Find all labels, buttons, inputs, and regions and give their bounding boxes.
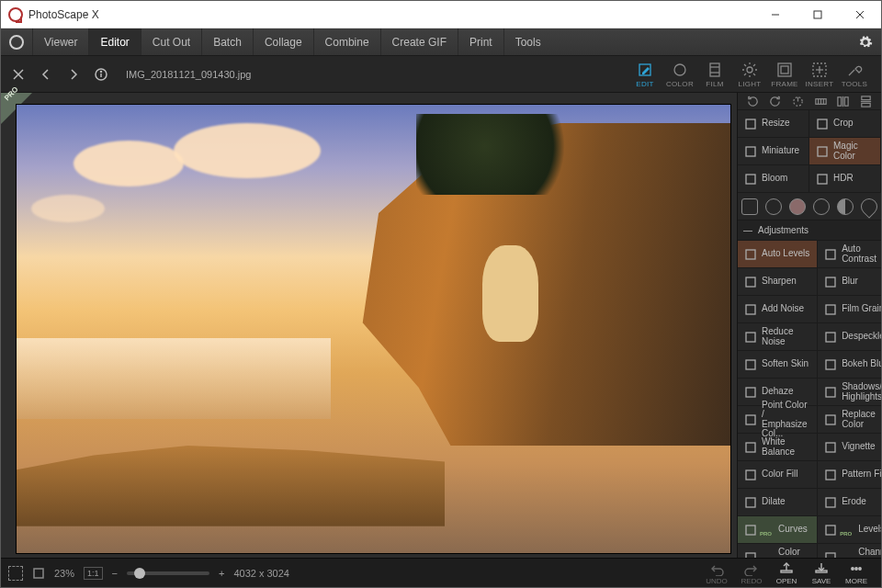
tool-bloom[interactable]: Bloom (738, 165, 809, 193)
hdr-icon (815, 172, 829, 186)
tool-point-color[interactable]: Point Color / Emphasize Col... (738, 406, 818, 434)
tool-sharpen[interactable]: Sharpen (738, 268, 818, 296)
tool-color-balance[interactable]: PROColor Balance (738, 544, 818, 558)
main-tab-editor[interactable]: Editor (88, 28, 140, 55)
top-tool-light[interactable]: LIGHT (732, 61, 767, 88)
info-button[interactable] (93, 66, 109, 83)
top-tool-film[interactable]: FILM (697, 61, 732, 88)
tool-vignette[interactable]: Vignette (818, 434, 881, 461)
top-tool-color[interactable]: COLOR (662, 61, 697, 88)
file-name: IMG_20181121_091430.jpg (126, 69, 251, 80)
tool-resize[interactable]: Resize (738, 110, 809, 138)
rotate-ccw-icon[interactable] (744, 93, 761, 109)
filter-ring-icon[interactable] (813, 198, 830, 215)
filter-tint-icon[interactable] (789, 198, 806, 215)
bottom-open-button[interactable]: OPEN (769, 560, 804, 585)
main-tab-batch[interactable]: Batch (201, 28, 253, 55)
zoom-out[interactable]: − (112, 568, 118, 579)
settings-button[interactable] (850, 28, 881, 55)
top-tool-frame[interactable]: FRAME (767, 61, 802, 88)
tool-magic-color[interactable]: Magic Color (809, 138, 881, 165)
zoom-in[interactable]: + (219, 568, 224, 579)
tool-blur[interactable]: Blur (818, 268, 881, 296)
tool-despeckle[interactable]: Despeckle (818, 323, 881, 351)
tool-channel-mixer[interactable]: PROChannel Mixer (818, 544, 881, 558)
tool-reduce-noise[interactable]: Reduce Noise (738, 323, 818, 351)
tool-auto-levels[interactable]: Auto Levels (738, 241, 818, 268)
svg-rect-70 (34, 569, 43, 578)
svg-rect-46 (746, 250, 755, 259)
tool-replace-color[interactable]: Replace Color (818, 406, 881, 434)
tool-dilate[interactable]: Dilate (738, 489, 818, 516)
top-tool-insert[interactable]: INSERT (802, 61, 837, 88)
main-tab-tools[interactable]: Tools (503, 28, 552, 55)
bokeh-blur-icon (823, 357, 837, 371)
fit-button[interactable]: 1:1 (84, 567, 103, 580)
tool-film-grain[interactable]: Film Grain (818, 296, 881, 323)
flip-v-icon[interactable] (858, 93, 875, 109)
tool-hdr[interactable]: HDR (809, 165, 881, 193)
tool-label: Curves (778, 525, 808, 535)
main-tab-viewer[interactable]: Viewer (32, 28, 88, 55)
svg-line-20 (753, 74, 755, 75)
tool-pattern-fill[interactable]: Pattern Fill (818, 461, 881, 489)
prev-button[interactable] (38, 66, 54, 83)
tool-levels[interactable]: PROLevels (818, 516, 881, 544)
adjustments-header[interactable]: — Adjustments (738, 220, 881, 241)
grid-toggle[interactable] (8, 566, 23, 581)
crop-toggle[interactable] (32, 567, 45, 580)
filter-circle-icon[interactable] (765, 198, 782, 215)
zoom-level[interactable]: 23% (54, 568, 74, 579)
tool-auto-contrast[interactable]: Auto Contrast (818, 241, 881, 268)
svg-rect-53 (826, 333, 835, 342)
tool-label: Blur (842, 277, 858, 287)
tool-white-balance[interactable]: White Balance (738, 434, 818, 461)
main-tab-print[interactable]: Print (458, 28, 503, 55)
tool-add-noise[interactable]: Add Noise (738, 296, 818, 323)
top-tool-edit[interactable]: EDIT (628, 61, 662, 88)
svg-rect-41 (818, 119, 827, 129)
bottom-undo-button[interactable]: UNDO (699, 560, 734, 585)
main-tab-create-gif[interactable]: Create GIF (380, 28, 458, 55)
home-button[interactable] (1, 28, 32, 55)
tool-label: White Balance (762, 437, 811, 457)
close-file-button[interactable] (10, 66, 27, 83)
maximize-button[interactable] (797, 1, 839, 28)
bottom-save-button[interactable]: SAVE (804, 560, 839, 585)
filter-drop-icon[interactable] (857, 195, 880, 218)
edit-icon (636, 61, 654, 79)
top-tool-tools[interactable]: TOOLS (837, 61, 872, 88)
svg-rect-57 (826, 388, 835, 397)
undo-icon (708, 560, 725, 577)
flip-h-icon[interactable] (835, 93, 852, 109)
bottom-redo-button[interactable]: REDO (734, 560, 769, 585)
rotate-angle-icon[interactable] (790, 93, 807, 109)
file-row: IMG_20181121_091430.jpg EDITCOLORFILMLIG… (1, 56, 881, 93)
zoom-slider[interactable] (127, 571, 209, 575)
bottom-more-button[interactable]: MORE (839, 560, 874, 585)
image-dimensions: 4032 x 3024 (233, 568, 289, 579)
tool-erode[interactable]: Erode (818, 489, 881, 516)
image-canvas[interactable] (16, 104, 731, 554)
main-tab-collage[interactable]: Collage (253, 28, 313, 55)
tool-color-fill[interactable]: Color Fill (738, 461, 818, 489)
tool-crop[interactable]: Crop (809, 110, 881, 138)
filter-half-icon[interactable] (837, 198, 854, 215)
filter-square-icon[interactable] (741, 198, 758, 215)
color-fill-icon (743, 468, 757, 481)
tool-curves[interactable]: PROCurves (738, 516, 818, 544)
tool-shadows-highlights[interactable]: Shadows/ Highlights (818, 379, 881, 406)
tool-soften-skin[interactable]: Soften Skin (738, 351, 818, 379)
close-button[interactable] (839, 1, 881, 28)
minimize-button[interactable] (754, 1, 797, 28)
straighten-icon[interactable] (812, 93, 829, 109)
main-tab-combine[interactable]: Combine (313, 28, 380, 55)
tool-bokeh-blur[interactable]: Bokeh Blur (818, 351, 881, 379)
next-button[interactable] (65, 66, 82, 83)
rotate-cw-icon[interactable] (767, 93, 784, 109)
tool-miniature[interactable]: Miniature (738, 138, 809, 165)
main-tab-cut-out[interactable]: Cut Out (141, 28, 201, 55)
svg-rect-48 (746, 277, 755, 287)
dilate-icon (743, 495, 757, 509)
svg-point-74 (855, 568, 857, 570)
